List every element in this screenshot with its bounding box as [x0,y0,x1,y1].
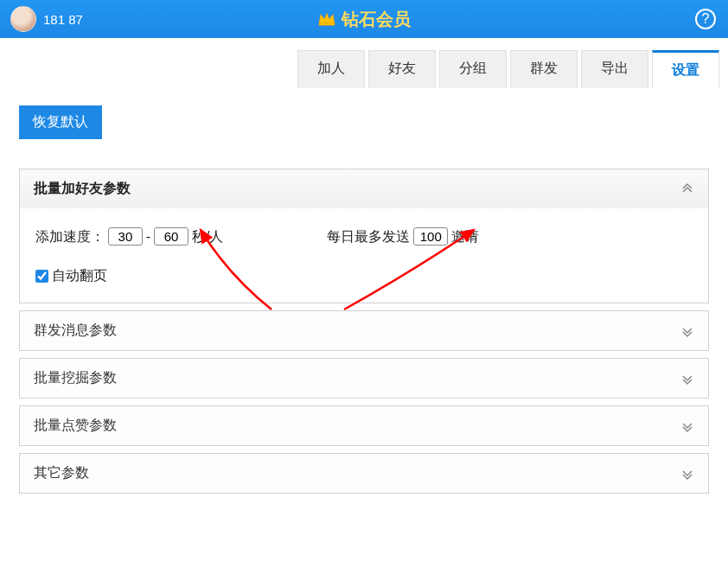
chevron-down-icon [680,324,694,338]
chevron-down-icon [680,419,694,433]
panel-body-batch-add-friends: 添加速度： - 秒/人 每日最多发送 邀请 自动翻页 [20,208,708,303]
speed-unit: 秒/人 [192,229,223,244]
panel-title: 批量点赞参数 [34,417,117,435]
svg-rect-0 [319,23,335,26]
panel-header-batch-like[interactable]: 批量点赞参数 [20,406,708,445]
panel-title: 批量挖掘参数 [34,369,117,387]
tab-broadcast[interactable]: 群发 [510,50,578,88]
add-speed-group: 添加速度： - 秒/人 [35,227,223,246]
tab-settings[interactable]: 设置 [652,50,719,88]
panel-title: 其它参数 [34,464,89,482]
tab-add-people[interactable]: 加人 [297,50,365,88]
phone-label: 181 87 [43,12,83,27]
add-speed-label: 添加速度： [35,229,105,244]
panel-header-batch-mining[interactable]: 批量挖掘参数 [20,359,708,398]
membership-title: 钻石会员 [317,8,411,31]
speed-max-input[interactable] [154,227,188,246]
help-icon[interactable]: ? [695,9,716,29]
app-header: 181 87 钻石会员 ? [0,0,728,38]
auto-flip-row: 自动翻页 [35,267,693,285]
tab-friends[interactable]: 好友 [368,50,436,88]
dash: - [146,229,150,244]
tab-bar: 加人 好友 分组 群发 导出 设置 [0,38,728,88]
avatar[interactable] [10,6,36,32]
auto-flip-label: 自动翻页 [52,267,107,285]
tab-export[interactable]: 导出 [581,50,648,88]
panel-title: 批量加好友参数 [34,180,131,198]
daily-suffix: 邀请 [451,229,479,244]
panel-batch-like: 批量点赞参数 [19,405,709,446]
content-area: 恢复默认 批量加好友参数 添加速度： - 秒/人 每日最多发送 [0,88,728,518]
accordion: 批量加好友参数 添加速度： - 秒/人 每日最多发送 邀请 [19,169,709,494]
panel-other: 其它参数 [19,453,709,494]
panel-batch-add-friends: 批量加好友参数 添加速度： - 秒/人 每日最多发送 邀请 [19,169,709,303]
settings-row: 添加速度： - 秒/人 每日最多发送 邀请 [35,227,693,246]
panel-header-other[interactable]: 其它参数 [20,454,708,493]
panel-batch-mining: 批量挖掘参数 [19,358,709,399]
chevron-down-icon [680,372,694,386]
daily-max-input[interactable] [413,227,448,246]
tab-groups[interactable]: 分组 [439,50,507,88]
panel-header-batch-add-friends[interactable]: 批量加好友参数 [20,169,708,208]
auto-flip-checkbox[interactable] [35,270,48,283]
panel-title: 群发消息参数 [34,322,117,340]
restore-defaults-button[interactable]: 恢复默认 [19,105,102,139]
chevron-down-icon [680,467,694,481]
panel-header-broadcast-message[interactable]: 群发消息参数 [20,311,708,350]
daily-prefix: 每日最多发送 [327,229,410,244]
chevron-up-icon [680,182,694,196]
panel-broadcast-message: 群发消息参数 [19,310,709,351]
speed-min-input[interactable] [108,227,143,246]
membership-text: 钻石会员 [342,8,411,31]
daily-max-group: 每日最多发送 邀请 [327,227,479,246]
crown-icon [317,11,336,27]
